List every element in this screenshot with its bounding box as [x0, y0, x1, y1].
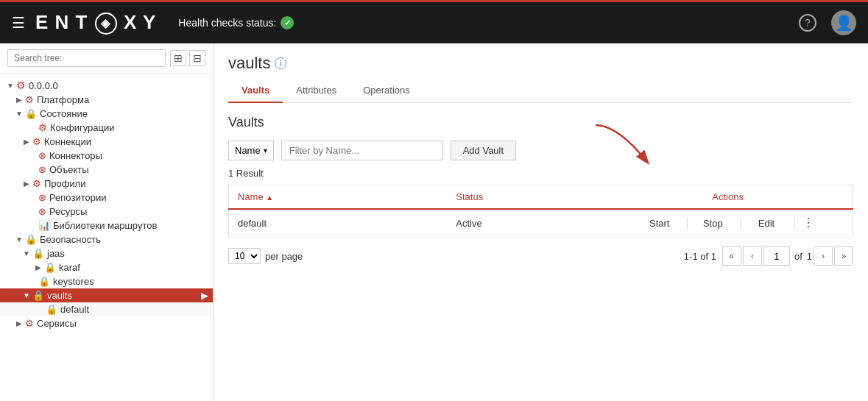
sidebar-item-connectors[interactable]: ⊗ Коннекторы — [0, 149, 213, 163]
security-label: Безопасность — [40, 234, 101, 245]
search-input[interactable] — [7, 49, 166, 67]
collapse-all-button[interactable]: ⊟ — [189, 50, 205, 66]
keystores-icon: 🔒 — [38, 276, 50, 287]
sidebar-item-platform[interactable]: ▶ ⚙ Платформа — [0, 93, 213, 107]
section-title: Vaults — [228, 115, 853, 130]
sidebar-item-objects[interactable]: ⊗ Объекты — [0, 163, 213, 177]
stop-button[interactable]: Stop — [691, 216, 735, 231]
logo: E N T ◈ X Y — [35, 11, 156, 35]
jaas-icon: 🔒 — [32, 248, 44, 259]
add-vault-button[interactable]: Add Vault — [451, 141, 516, 160]
menu-icon[interactable]: ☰ — [12, 14, 25, 32]
sidebar-item-configurations[interactable]: ⚙ Конфигурации — [0, 121, 213, 135]
prev-page-button[interactable]: ‹ — [743, 246, 762, 266]
vert-divider-3 — [794, 218, 795, 229]
sidebar-item-default[interactable]: 🔒 default — [0, 302, 213, 316]
per-page-select[interactable]: 10 25 50 — [228, 248, 261, 264]
config-icon: ⚙ — [38, 122, 47, 133]
vaults-table: Name ▲ Status Actions default — [228, 185, 853, 238]
sidebar-item-keystores[interactable]: 🔒 keystores — [0, 274, 213, 288]
default-icon: 🔒 — [46, 304, 57, 315]
platform-icon: ⚙ — [25, 94, 34, 105]
tab-attributes[interactable]: Attributes — [283, 79, 350, 103]
sidebar-item-security[interactable]: ▼ 🔒 Безопасность — [0, 233, 213, 246]
more-actions-icon[interactable]: ⋮ — [798, 216, 819, 229]
first-page-button[interactable]: « — [722, 246, 741, 266]
avatar[interactable]: 👤 — [831, 10, 856, 35]
next-page-button[interactable]: › — [814, 246, 833, 266]
start-button[interactable]: Start — [638, 216, 682, 231]
vaults-label: vaults — [47, 290, 201, 301]
profiles-icon: ⚙ — [32, 178, 41, 189]
tab-vaults[interactable]: Vaults — [228, 79, 283, 103]
config-label: Конфигурации — [50, 122, 114, 133]
sort-icon: ▲ — [266, 194, 273, 202]
services-label: Сервисы — [37, 318, 77, 329]
results-count: 1 Result — [228, 168, 853, 179]
routelibs-icon: 📊 — [38, 220, 50, 231]
content-area: vaults i Vaults Attributes Operations Va… — [214, 43, 868, 401]
col-header-status[interactable]: Status — [447, 185, 603, 210]
vert-divider-2 — [741, 218, 741, 229]
vert-divider-1 — [687, 218, 688, 229]
sidebar-item-profiles[interactable]: ▶ ⚙ Профили — [0, 177, 213, 191]
sidebar-item-repos[interactable]: ⊗ Репозитории — [0, 191, 213, 205]
health-status: Health checks status: — [178, 16, 294, 29]
platform-chevron: ▶ — [13, 96, 25, 104]
col-header-actions: Actions — [603, 185, 853, 210]
col-status-label: Status — [456, 191, 483, 202]
pagination-row: 10 25 50 per page 1-1 of 1 « ‹ of 1 › » — [228, 241, 853, 272]
filter-row: Name ▾ Add Vault — [228, 141, 853, 160]
jaas-label: jaas — [47, 248, 65, 259]
header: ☰ E N T ◈ X Y Health checks status: ? 👤 — [0, 2, 868, 43]
page-info-icon[interactable]: i — [275, 57, 286, 69]
connections-label: Коннекции — [44, 136, 91, 147]
current-page-input[interactable] — [763, 246, 790, 266]
page-title: vaults — [228, 54, 270, 73]
connectors-label: Коннекторы — [49, 150, 102, 161]
root-icon: ⚙ — [16, 79, 26, 91]
tabs-container: Vaults Attributes Operations — [228, 79, 853, 103]
services-icon: ⚙ — [25, 318, 34, 329]
karaf-icon: 🔒 — [44, 262, 56, 273]
state-label: Состояние — [40, 108, 88, 119]
edit-button[interactable]: Edit — [744, 216, 788, 231]
sidebar-item-route-libs[interactable]: 📊 Библиотеки маршрутов — [0, 219, 213, 233]
sidebar-item-services[interactable]: ▶ ⚙ Сервисы — [0, 316, 213, 330]
row-status: Active — [447, 209, 603, 238]
total-pages: 1 — [807, 251, 812, 262]
tree-root[interactable]: ▼ ⚙ 0.0.0.0 — [0, 78, 213, 93]
state-chevron: ▼ — [13, 110, 25, 118]
tab-operations[interactable]: Operations — [350, 79, 423, 103]
sidebar-item-karaf[interactable]: ▶ 🔒 karaf — [0, 260, 213, 274]
root-chevron: ▼ — [4, 82, 16, 90]
routelibs-label: Библиотеки маршрутов — [53, 220, 157, 231]
health-ok-icon — [280, 16, 294, 29]
connections-icon: ⚙ — [32, 136, 41, 147]
per-page-selector: 10 25 50 per page — [228, 248, 303, 264]
sidebar-item-jaas[interactable]: ▼ 🔒 jaas — [0, 246, 213, 260]
row-actions: Start Stop Edit ⋮ — [603, 209, 853, 238]
security-icon: 🔒 — [25, 234, 37, 245]
avatar-icon: 👤 — [835, 14, 853, 32]
last-page-button[interactable]: » — [834, 246, 853, 266]
sidebar-item-resources[interactable]: ⊗ Ресурсы — [0, 205, 213, 219]
of-label: of — [794, 251, 802, 262]
filter-field-select[interactable]: Name ▾ — [228, 141, 274, 160]
filter-name-input[interactable] — [281, 141, 443, 160]
help-icon[interactable]: ? — [799, 14, 816, 32]
sidebar-item-state[interactable]: ▼ 🔒 Состояние — [0, 107, 213, 121]
row-name: default — [229, 209, 448, 238]
page-range: 1-1 of 1 — [684, 251, 716, 262]
sidebar-item-vaults[interactable]: ▼ 🔒 vaults ▶ — [0, 288, 213, 302]
profiles-label: Профили — [44, 178, 86, 189]
keystores-label: keystores — [53, 276, 94, 287]
sidebar: ⊞ ⊟ ▼ ⚙ 0.0.0.0 ▶ ⚙ Платформа ▼ 🔒 Состоя… — [0, 43, 214, 401]
col-header-name[interactable]: Name ▲ — [229, 185, 448, 210]
resources-icon: ⊗ — [38, 206, 46, 217]
health-label: Health checks status: — [178, 17, 276, 29]
root-label: 0.0.0.0 — [29, 80, 58, 91]
sidebar-item-connections[interactable]: ▶ ⚙ Коннекции — [0, 135, 213, 149]
expand-all-button[interactable]: ⊞ — [170, 50, 186, 66]
repos-label: Репозитории — [49, 192, 106, 203]
